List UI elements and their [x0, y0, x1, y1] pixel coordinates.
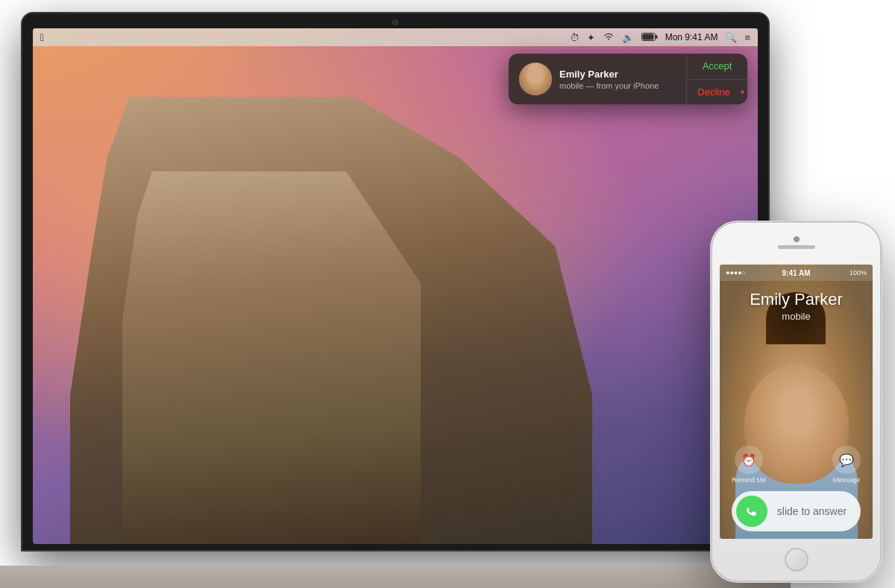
time-machine-icon[interactable]: ⏱: [570, 32, 580, 43]
decline-button[interactable]: Decline: [687, 86, 741, 98]
mac-camera: [392, 19, 398, 25]
spotlight-icon[interactable]: 🔍: [725, 32, 737, 43]
iphone-time: 9:41 AM: [773, 269, 820, 277]
iphone-bottom-actions: ⏰ Remind Me 💬 Message slide to answer: [720, 446, 873, 539]
notif-subtitle: mobile — from your iPhone: [559, 81, 679, 90]
iphone-caller-label: mobile: [720, 311, 873, 322]
iphone-caller-info: Emily Parker mobile: [720, 284, 873, 322]
notif-content: Emily Parker mobile — from your iPhone: [509, 54, 686, 104]
iphone: ●●●●○ 9:41 AM 100% Emily Parker mobile ⏰…: [712, 223, 880, 581]
remind-me-label: Remind Me: [732, 476, 766, 484]
iphone-body: ●●●●○ 9:41 AM 100% Emily Parker mobile ⏰…: [712, 223, 880, 581]
wifi-icon[interactable]: [603, 32, 615, 43]
mac-bezel:  ⏱ ✦ 🔊: [22, 13, 768, 550]
svg-rect-2: [656, 35, 658, 39]
iphone-vol-up-button[interactable]: [710, 282, 712, 302]
remind-me-icon: ⏰: [735, 446, 763, 474]
mac-menubar:  ⏱ ✦ 🔊: [33, 28, 758, 46]
mac-screen:  ⏱ ✦ 🔊: [33, 28, 758, 544]
battery-icon[interactable]: [641, 32, 658, 43]
phone-answer-icon: [736, 496, 767, 527]
mac-chin: [0, 566, 791, 588]
iphone-vol-down-button[interactable]: [710, 308, 712, 327]
notif-text: Emily Parker mobile — from your iPhone: [559, 69, 679, 90]
iphone-quick-actions: ⏰ Remind Me 💬 Message: [732, 446, 861, 484]
iphone-camera: [794, 236, 800, 242]
message-button[interactable]: 💬 Message: [832, 446, 861, 484]
mac-rock-detail: [122, 171, 421, 544]
decline-chevron-icon[interactable]: ▾: [741, 88, 747, 96]
volume-icon[interactable]: 🔊: [622, 32, 634, 43]
menubar-right: ⏱ ✦ 🔊: [570, 32, 750, 43]
notif-caller-name: Emily Parker: [559, 69, 679, 80]
menubar-time: Mon 9:41 AM: [665, 32, 718, 42]
iphone-home-button[interactable]: [785, 548, 808, 572]
iphone-carrier: ●●●●○: [726, 269, 773, 276]
message-label: Message: [833, 476, 861, 484]
iphone-statusbar: ●●●●○ 9:41 AM 100%: [720, 265, 873, 281]
avatar-face: [519, 63, 552, 95]
notification-center-icon[interactable]: ≡: [744, 32, 750, 43]
svg-rect-1: [642, 34, 653, 39]
mac-laptop:  ⏱ ✦ 🔊: [0, 0, 791, 588]
accept-button[interactable]: Accept: [687, 54, 747, 80]
iphone-power-button[interactable]: [880, 245, 882, 275]
apple-logo-icon[interactable]: : [40, 31, 44, 43]
iphone-caller-name: Emily Parker: [720, 290, 873, 309]
slide-to-answer-label: slide to answer: [775, 505, 849, 517]
iphone-battery: 100%: [820, 269, 867, 276]
menubar-left: : [40, 31, 559, 43]
message-icon: 💬: [832, 446, 861, 474]
decline-wrapper: Decline ▾: [687, 80, 747, 105]
notif-avatar: [519, 63, 552, 95]
bluetooth-icon[interactable]: ✦: [587, 32, 595, 43]
remind-me-button[interactable]: ⏰ Remind Me: [732, 446, 766, 484]
notification-banner: Emily Parker mobile — from your iPhone A…: [509, 54, 747, 104]
slide-to-answer[interactable]: slide to answer: [732, 491, 861, 531]
iphone-screen: ●●●●○ 9:41 AM 100% Emily Parker mobile ⏰…: [720, 265, 873, 539]
notif-actions: Accept Decline ▾: [686, 54, 747, 104]
iphone-earpiece: [778, 245, 815, 249]
